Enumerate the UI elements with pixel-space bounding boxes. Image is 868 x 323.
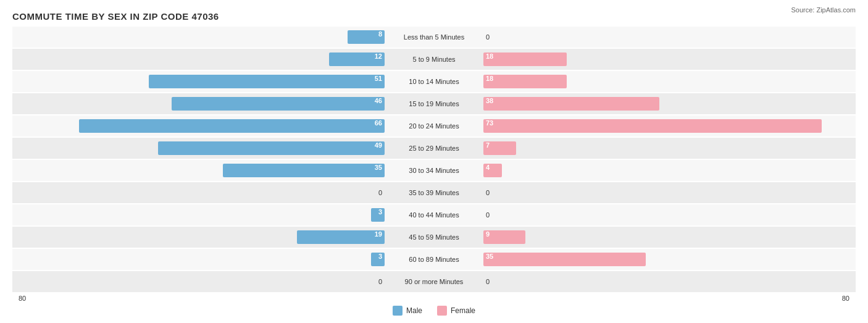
legend-male-label: Male (406, 306, 422, 315)
bar-row: 3530 to 34 Minutes4 (12, 160, 856, 181)
male-value-inside: 19 (375, 230, 382, 238)
right-section: 0 (483, 204, 856, 225)
bar-row: 125 to 9 Minutes18 (12, 49, 856, 70)
right-section: 9 (483, 227, 856, 248)
bars-area: 8Less than 5 Minutes0125 to 9 Minutes185… (12, 27, 856, 292)
male-bar: 66 (79, 119, 385, 133)
female-value-inside: 35 (486, 253, 493, 260)
axis-right-value: 80 (842, 295, 849, 302)
male-value-zero: 0 (378, 189, 382, 196)
male-value-inside: 46 (375, 97, 382, 104)
legend-female-box (437, 306, 447, 316)
right-section: 35 (483, 249, 856, 270)
right-section: 18 (483, 49, 856, 70)
right-section: 4 (483, 160, 856, 181)
bar-label: 5 to 9 Minutes (385, 56, 483, 63)
male-bar: 46 (172, 97, 385, 111)
bar-row: 4615 to 19 Minutes38 (12, 93, 856, 114)
female-bar: 7 (483, 141, 516, 155)
bar-label: 20 to 24 Minutes (385, 122, 483, 130)
bar-label: 30 to 34 Minutes (385, 167, 483, 174)
legend-male-box (393, 306, 403, 316)
male-bar: 19 (297, 230, 385, 244)
male-value-inside: 51 (375, 75, 382, 82)
left-section: 66 (12, 115, 385, 136)
female-bar: 73 (483, 119, 822, 133)
female-value-zero: 0 (486, 189, 490, 196)
source-label: Source: ZipAtlas.com (791, 6, 856, 14)
bar-row: 5110 to 14 Minutes18 (12, 71, 856, 92)
female-value-zero: 0 (486, 278, 490, 285)
female-value-zero: 0 (486, 211, 490, 219)
male-value-inside: 35 (375, 164, 382, 171)
bar-label: Less than 5 Minutes (385, 33, 483, 41)
bar-row: 340 to 44 Minutes0 (12, 204, 856, 225)
male-value-inside: 49 (375, 141, 382, 149)
bar-label: 45 to 59 Minutes (385, 233, 483, 241)
bar-row: 1945 to 59 Minutes9 (12, 227, 856, 248)
legend-male: Male (393, 306, 422, 316)
left-section: 46 (12, 93, 385, 114)
bar-label: 15 to 19 Minutes (385, 100, 483, 107)
male-value-zero: 0 (378, 278, 382, 285)
left-section: 49 (12, 138, 385, 159)
legend-female: Female (437, 306, 475, 316)
left-section: 51 (12, 71, 385, 92)
right-section: 0 (483, 27, 856, 48)
left-section: 3 (12, 249, 385, 270)
bar-label: 60 to 89 Minutes (385, 256, 483, 263)
chart-container: COMMUTE TIME BY SEX IN ZIP CODE 47036 So… (0, 0, 868, 323)
male-value-inside: 3 (378, 253, 382, 260)
right-section: 7 (483, 138, 856, 159)
left-section: 3 (12, 204, 385, 225)
bar-row: 035 to 39 Minutes0 (12, 182, 856, 203)
right-section: 0 (483, 182, 856, 203)
female-value-inside: 73 (486, 119, 493, 127)
male-value-inside: 66 (375, 119, 382, 127)
right-section: 18 (483, 71, 856, 92)
bar-row: 4925 to 29 Minutes7 (12, 138, 856, 159)
female-value-inside: 7 (486, 141, 490, 149)
male-bar: 8 (348, 30, 385, 44)
male-bar: 12 (329, 52, 385, 66)
male-bar: 51 (149, 75, 385, 88)
left-section: 35 (12, 160, 385, 181)
bar-row: 8Less than 5 Minutes0 (12, 27, 856, 48)
bar-label: 90 or more Minutes (385, 278, 483, 285)
male-value-inside: 8 (378, 30, 382, 38)
legend: Male Female (12, 306, 856, 316)
left-section: 8 (12, 27, 385, 48)
male-bar: 3 (371, 208, 385, 222)
right-section: 0 (483, 271, 856, 292)
female-bar: 18 (483, 52, 567, 66)
male-bar: 3 (371, 253, 385, 266)
left-section: 19 (12, 227, 385, 248)
female-value-inside: 18 (486, 52, 493, 60)
left-section: 0 (12, 182, 385, 203)
female-value-inside: 9 (486, 230, 490, 238)
female-bar: 38 (483, 97, 659, 111)
right-section: 73 (483, 115, 856, 136)
female-bar: 9 (483, 230, 525, 244)
bar-row: 6620 to 24 Minutes73 (12, 115, 856, 136)
right-section: 38 (483, 93, 856, 114)
chart-title: COMMUTE TIME BY SEX IN ZIP CODE 47036 (12, 11, 856, 22)
left-section: 12 (12, 49, 385, 70)
bar-row: 090 or more Minutes0 (12, 271, 856, 292)
male-value-inside: 3 (378, 208, 382, 216)
female-bar: 35 (483, 253, 646, 266)
legend-female-label: Female (451, 306, 475, 315)
bar-label: 25 to 29 Minutes (385, 145, 483, 152)
male-bar: 49 (158, 141, 385, 155)
female-value-inside: 38 (486, 97, 493, 104)
bar-label: 35 to 39 Minutes (385, 189, 483, 196)
left-section: 0 (12, 271, 385, 292)
bar-label: 10 to 14 Minutes (385, 78, 483, 85)
axis-left-value: 80 (19, 295, 26, 302)
female-value-zero: 0 (486, 33, 490, 41)
bar-label: 40 to 44 Minutes (385, 211, 483, 219)
female-bar: 4 (483, 164, 502, 177)
female-value-inside: 18 (486, 75, 493, 82)
male-bar: 35 (223, 164, 385, 177)
female-bar: 18 (483, 75, 567, 88)
